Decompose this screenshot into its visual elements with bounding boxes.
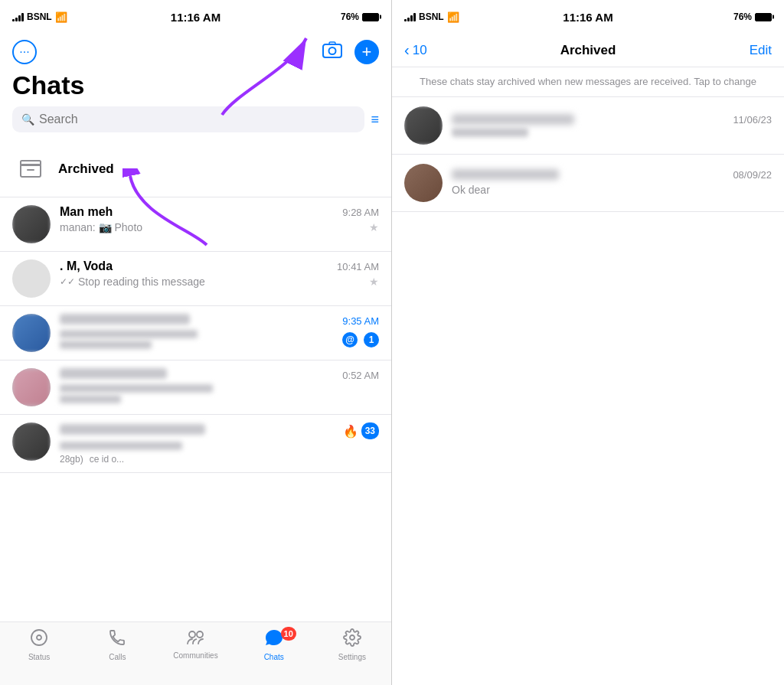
compose-icon: + bbox=[362, 42, 372, 62]
search-bar[interactable]: 🔍 bbox=[12, 106, 364, 132]
filter-icon[interactable]: ≡ bbox=[371, 112, 379, 128]
chat-time-voda: 10:41 AM bbox=[337, 261, 379, 272]
calls-tab-icon bbox=[108, 628, 126, 651]
camera-button[interactable] bbox=[322, 41, 342, 63]
left-header: ··· + bbox=[0, 34, 391, 70]
archived-chat-1-name bbox=[452, 114, 574, 125]
search-container: 🔍 ≡ bbox=[0, 106, 391, 132]
tab-communities[interactable]: Communities bbox=[156, 628, 234, 660]
avatar-archived-2 bbox=[404, 164, 443, 202]
archived-chat-2[interactable]: 08/09/22 Ok dear bbox=[392, 155, 784, 212]
chat-preview-blurred-3: 28gb) ce id o... bbox=[60, 442, 182, 465]
chat-preview-blurred-1 bbox=[60, 330, 198, 349]
left-battery-info: 76% bbox=[341, 11, 379, 22]
archived-row[interactable]: Archived bbox=[0, 142, 391, 197]
chat-item-man-meh[interactable]: Man meh 9:28 AM manan: 📷 Photo ★ bbox=[0, 197, 391, 252]
chat-preview-man-meh: manan: 📷 Photo bbox=[60, 221, 142, 233]
left-battery-pct: 76% bbox=[341, 11, 359, 22]
chat-content-voda: . M, Voda 10:41 AM ✓✓ Stop reading this … bbox=[60, 259, 379, 288]
avatar-voda bbox=[12, 259, 51, 298]
tab-calls[interactable]: Calls bbox=[78, 628, 156, 661]
count-badge-3: 33 bbox=[361, 422, 379, 439]
chat-content-blurred-1: 9:35 AM @ 1 bbox=[60, 314, 379, 349]
right-battery-info: 76% bbox=[733, 11, 772, 22]
svg-rect-0 bbox=[323, 44, 341, 57]
back-count: 10 bbox=[413, 43, 427, 58]
right-panel: BSNL 📶 11:16 AM 76% ‹ 10 Archived Edit T… bbox=[392, 0, 784, 685]
archived-chat-1-content: 11/06/23 bbox=[452, 114, 772, 137]
check-icon-voda: ✓✓ bbox=[60, 276, 75, 287]
fire-emoji: 🔥 bbox=[343, 424, 358, 439]
svg-point-9 bbox=[197, 631, 203, 638]
wifi-icon: 📶 bbox=[55, 11, 67, 23]
left-carrier-info: BSNL 📶 bbox=[12, 11, 67, 23]
status-tab-icon bbox=[30, 628, 48, 651]
edit-button[interactable]: Edit bbox=[750, 43, 772, 58]
svg-point-10 bbox=[350, 635, 354, 640]
archived-chat-1-date: 11/06/23 bbox=[733, 114, 772, 126]
right-carrier: BSNL bbox=[419, 11, 444, 22]
signal-icon bbox=[12, 12, 24, 21]
chats-tab-badge: 10 bbox=[281, 627, 296, 641]
search-input[interactable] bbox=[39, 113, 355, 126]
svg-point-6 bbox=[31, 630, 47, 645]
back-button[interactable]: ‹ 10 bbox=[404, 41, 427, 59]
at-badge: @ bbox=[342, 332, 358, 347]
chats-tab-label: Chats bbox=[264, 653, 284, 661]
chat-item-blurred-3[interactable]: 🔥 33 28gb) ce id o... bbox=[0, 415, 391, 473]
chat-list: Archived Man meh 9:28 AM manan: 📷 Photo … bbox=[0, 142, 391, 621]
chat-time-blurred-1: 9:35 AM bbox=[342, 315, 379, 327]
right-wifi-icon: 📶 bbox=[447, 11, 459, 23]
avatar-blurred-3 bbox=[12, 422, 51, 461]
avatar-man-meh bbox=[12, 205, 51, 243]
right-signal-icon bbox=[404, 12, 416, 21]
left-carrier: BSNL bbox=[27, 11, 52, 22]
archived-chat-1[interactable]: 11/06/23 bbox=[392, 97, 784, 155]
chat-name-voda: . M, Voda bbox=[60, 259, 113, 273]
chat-name-blurred-3 bbox=[60, 424, 205, 438]
archived-chat-2-content: 08/09/22 Ok dear bbox=[452, 169, 772, 197]
preview-icons-1: @ 1 bbox=[342, 332, 379, 347]
chat-time-blurred-2: 0:52 AM bbox=[342, 370, 379, 381]
right-battery-icon bbox=[755, 13, 772, 21]
chat-content-blurred-2: 0:52 AM bbox=[60, 368, 379, 403]
chat-item-blurred-1[interactable]: 9:35 AM @ 1 bbox=[0, 306, 391, 360]
right-battery-pct: 76% bbox=[733, 11, 752, 22]
right-time: 11:16 AM bbox=[563, 11, 612, 24]
archived-chat-2-name bbox=[452, 169, 559, 180]
svg-point-1 bbox=[329, 47, 336, 54]
more-icon: ··· bbox=[19, 45, 29, 59]
back-chevron: ‹ bbox=[404, 41, 410, 59]
tab-status[interactable]: Status bbox=[0, 628, 78, 661]
chat-content-blurred-3: 🔥 33 28gb) ce id o... bbox=[60, 422, 379, 465]
chat-name-man-meh: Man meh bbox=[60, 205, 113, 219]
avatar-blurred-1 bbox=[12, 314, 51, 352]
preview-text-3b: ce id o... bbox=[90, 454, 124, 465]
right-nav-bar: ‹ 10 Archived Edit bbox=[392, 34, 784, 67]
preview-text-3a: 28gb) bbox=[60, 454, 83, 465]
archived-subtitle[interactable]: These chats stay archived when new messa… bbox=[392, 67, 784, 97]
tab-chats[interactable]: 10 Chats bbox=[235, 628, 313, 661]
archived-label: Archived bbox=[58, 161, 114, 177]
left-panel: BSNL 📶 11:16 AM 76% ··· + Cha bbox=[0, 0, 392, 685]
chat-name-blurred-2 bbox=[60, 368, 167, 382]
chat-preview-blurred-2 bbox=[60, 384, 213, 403]
chat-name-blurred-1 bbox=[60, 314, 190, 328]
tab-settings[interactable]: Settings bbox=[313, 628, 391, 661]
settings-tab-icon bbox=[343, 628, 361, 651]
archived-chat-2-preview: Ok dear bbox=[452, 184, 490, 196]
more-button[interactable]: ··· bbox=[12, 40, 37, 64]
chat-item-voda[interactable]: . M, Voda 10:41 AM ✓✓ Stop reading this … bbox=[0, 252, 391, 306]
count-badge-1: 1 bbox=[364, 332, 379, 347]
chat-item-blurred-2[interactable]: 0:52 AM bbox=[0, 360, 391, 415]
calls-tab-label: Calls bbox=[109, 653, 126, 661]
archive-icon bbox=[12, 151, 49, 188]
chat-preview-voda: ✓✓ Stop reading this message bbox=[60, 276, 205, 288]
svg-point-8 bbox=[189, 631, 195, 638]
left-status-bar: BSNL 📶 11:16 AM 76% bbox=[0, 0, 391, 34]
battery-icon bbox=[362, 13, 379, 21]
svg-rect-2 bbox=[329, 42, 335, 44]
communities-tab-icon bbox=[186, 628, 206, 650]
star-icon-voda: ★ bbox=[369, 276, 379, 288]
compose-button[interactable]: + bbox=[354, 40, 379, 64]
